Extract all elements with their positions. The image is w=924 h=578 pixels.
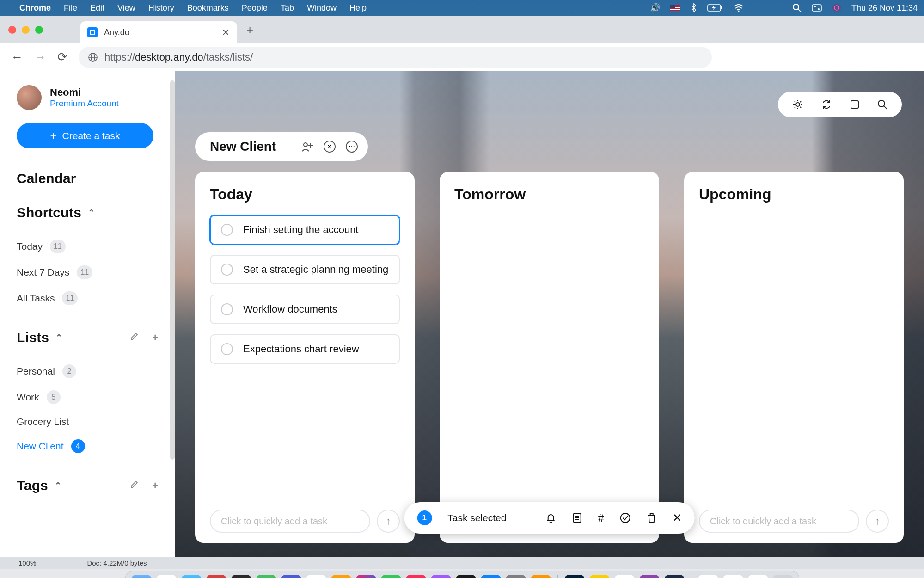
battery-icon[interactable] (707, 4, 723, 12)
clock[interactable]: Thu 26 Nov 11:34 (851, 3, 918, 13)
dock-app-icon[interactable]: a (664, 575, 685, 578)
edit-lists-icon[interactable] (130, 332, 139, 344)
clear-completed-icon[interactable]: ✕ (324, 141, 336, 153)
active-app-name[interactable]: Chrome (19, 3, 51, 13)
menu-bookmarks[interactable]: Bookmarks (187, 3, 229, 13)
task-item[interactable]: Workflow documents (210, 295, 400, 324)
tags-section-title[interactable]: Tags ⌃ + (17, 478, 158, 493)
close-icon[interactable]: ✕ (673, 511, 682, 524)
control-center-icon[interactable] (812, 4, 822, 12)
task-checkbox[interactable] (221, 343, 233, 355)
dock-finder-icon[interactable]: ☺ (131, 575, 152, 578)
siri-icon[interactable] (832, 3, 841, 12)
nav-reload-button[interactable]: ⟳ (57, 50, 67, 64)
window-close-button[interactable] (8, 26, 16, 34)
input-language-icon[interactable] (670, 5, 680, 11)
user-plan[interactable]: Premium Account (50, 98, 119, 109)
menu-tab[interactable]: Tab (281, 3, 294, 13)
menu-view[interactable]: View (117, 3, 135, 13)
task-checkbox[interactable] (221, 224, 233, 236)
list-item[interactable]: Personal2 (17, 358, 158, 384)
settings-icon[interactable] (792, 98, 804, 111)
task-item[interactable]: Finish setting the account (210, 215, 400, 245)
nav-back-button[interactable]: ← (11, 50, 23, 64)
menu-edit[interactable]: Edit (90, 3, 104, 13)
dock-app-icon[interactable]: ☀ (331, 575, 351, 578)
dock-app-icon[interactable]: 📅 (306, 575, 326, 578)
task-checkbox[interactable] (221, 303, 233, 315)
window-zoom-button[interactable] (35, 26, 43, 34)
dock-launchpad-icon[interactable]: ▦ (156, 575, 177, 578)
dock-opera-icon[interactable]: O (206, 575, 226, 578)
menu-people[interactable]: People (242, 3, 268, 13)
dock-messages-icon[interactable]: 💬 (381, 575, 401, 578)
quick-add-submit-icon[interactable]: ↑ (866, 510, 889, 533)
dock-podcast-icon[interactable]: 🎙 (431, 575, 451, 578)
dock-app-icon[interactable]: 🗂 (748, 575, 768, 578)
dock-app-icon[interactable]: ◎ (356, 575, 376, 578)
bluetooth-icon[interactable] (691, 3, 697, 12)
shortcut-item[interactable]: Next 7 Days11 (17, 259, 158, 285)
task-item[interactable]: Expectations chart review (210, 334, 400, 364)
shortcut-item[interactable]: All Tasks11 (17, 285, 158, 311)
scrollbar[interactable] (170, 80, 175, 460)
task-checkbox[interactable] (221, 264, 233, 276)
shortcuts-section-title[interactable]: Shortcuts ⌃ (17, 205, 158, 221)
dock-safari-icon[interactable]: ✦ (181, 575, 202, 578)
dock-app-icon[interactable]: 📄 (698, 575, 718, 578)
site-info-icon[interactable] (88, 52, 98, 62)
more-options-icon[interactable]: ⋯ (346, 141, 358, 153)
reminder-icon[interactable] (545, 512, 556, 523)
create-task-button[interactable]: + Create a task (17, 123, 153, 148)
tag-icon[interactable]: # (598, 511, 604, 524)
add-list-icon[interactable]: + (152, 332, 158, 344)
dock-app-icon[interactable]: ◧ (231, 575, 251, 578)
move-list-icon[interactable] (572, 512, 582, 524)
dock-app-icon[interactable]: ✉ (281, 575, 301, 578)
share-list-icon[interactable] (301, 141, 313, 152)
complete-icon[interactable] (620, 512, 631, 523)
edit-tags-icon[interactable] (130, 480, 139, 492)
dock-trash-icon[interactable]: 🗑 (773, 575, 793, 578)
sync-icon[interactable] (820, 98, 832, 111)
url-bar[interactable]: https://desktop.any.do/tasks/lists/ (79, 47, 712, 68)
dock-app-icon[interactable]: 📑 (723, 575, 743, 578)
dock-app-icon[interactable]: ◎ (256, 575, 276, 578)
shortcut-item[interactable]: Today11 (17, 234, 158, 259)
calendar-section-title[interactable]: Calendar (17, 171, 158, 186)
profile[interactable]: Neomi Premium Account (17, 85, 158, 110)
menu-history[interactable]: History (148, 3, 174, 13)
delete-icon[interactable] (647, 512, 657, 523)
quick-add-input[interactable] (699, 510, 859, 533)
dock-chrome-icon[interactable]: ◍ (614, 575, 635, 578)
list-item[interactable]: New Client4 (17, 433, 158, 459)
dock-app-icon[interactable]: ★ (639, 575, 660, 578)
lists-section-title[interactable]: Lists ⌃ + (17, 330, 158, 345)
dock-photoshop-icon[interactable]: Ps (564, 575, 585, 578)
spotlight-icon[interactable] (792, 3, 802, 12)
dock-app-icon[interactable]: ◒ (531, 575, 551, 578)
menu-window[interactable]: Window (307, 3, 337, 13)
window-minimize-button[interactable] (22, 26, 30, 34)
quick-add-submit-icon[interactable]: ↑ (377, 510, 400, 533)
menu-help[interactable]: Help (349, 3, 367, 13)
quick-add-input[interactable] (210, 510, 370, 533)
tab-close-icon[interactable]: ✕ (222, 27, 230, 38)
add-tag-icon[interactable]: + (152, 480, 158, 492)
sound-icon[interactable]: 🔊 (650, 3, 660, 13)
list-item[interactable]: Work5 (17, 384, 158, 410)
dock-music-icon[interactable]: ♪ (406, 575, 426, 578)
dock-appstore-icon[interactable]: A (481, 575, 501, 578)
dock-settings-icon[interactable]: ⚙ (506, 575, 526, 578)
dock-tv-icon[interactable]: tv (456, 575, 476, 578)
task-item[interactable]: Set a strategic planning meeting (210, 255, 400, 284)
layout-icon[interactable] (849, 99, 860, 110)
nav-forward-button[interactable]: → (34, 50, 46, 64)
menu-file[interactable]: File (64, 3, 77, 13)
search-icon[interactable] (877, 99, 888, 110)
wifi-icon[interactable] (733, 4, 744, 12)
new-tab-button[interactable]: + (246, 23, 253, 37)
dock-app-icon[interactable]: ✎ (589, 575, 610, 578)
browser-tab[interactable]: Any.do ✕ (80, 21, 237, 43)
list-item[interactable]: Grocery List (17, 410, 158, 433)
